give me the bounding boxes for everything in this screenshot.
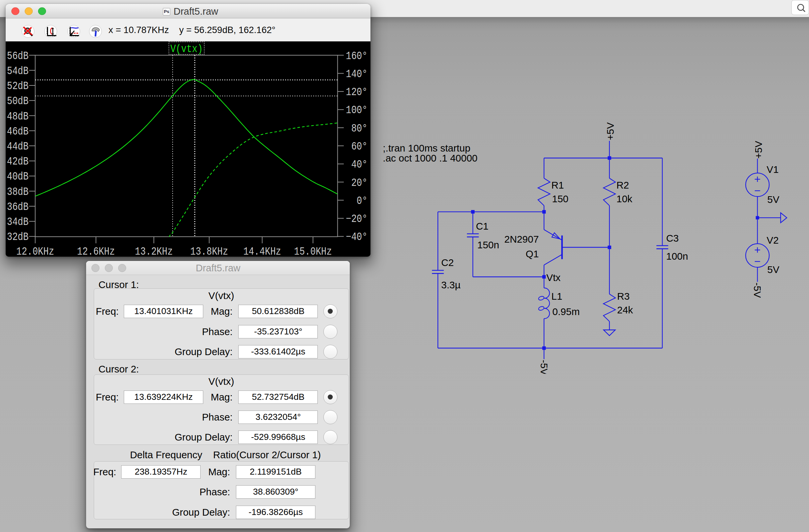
svg-text:160°: 160°	[346, 50, 367, 62]
svg-text:44dB: 44dB	[7, 140, 29, 153]
svg-text:50dB: 50dB	[7, 95, 29, 107]
svg-text:V(vtx): V(vtx)	[170, 43, 203, 55]
svg-text:Q1: Q1	[526, 248, 539, 259]
svg-text:46dB: 46dB	[7, 125, 29, 138]
svg-text:0.95m: 0.95m	[552, 306, 580, 317]
svg-text:5V: 5V	[767, 264, 779, 275]
svg-text:+5V: +5V	[605, 122, 616, 140]
svg-text:C1: C1	[476, 221, 488, 231]
svg-text:-5V: -5V	[752, 283, 763, 298]
svg-text:54dB: 54dB	[7, 65, 29, 77]
svg-text:−40°: −40°	[346, 231, 367, 243]
svg-text:-5V: -5V	[539, 360, 550, 374]
svg-text:13.2KHz: 13.2KHz	[135, 245, 173, 257]
svg-text:32dB: 32dB	[7, 231, 29, 243]
svg-text:V1: V1	[767, 164, 779, 175]
svg-text:0°: 0°	[357, 194, 367, 207]
svg-text:60°: 60°	[351, 140, 367, 153]
svg-text:+5V: +5V	[753, 141, 764, 159]
svg-text:10k: 10k	[616, 193, 633, 204]
svg-text:40dB: 40dB	[7, 171, 29, 183]
svg-text:34dB: 34dB	[7, 216, 29, 228]
svg-text:120°: 120°	[346, 86, 367, 99]
svg-text:100°: 100°	[346, 104, 367, 117]
svg-text:L1: L1	[551, 291, 562, 302]
svg-text:36dB: 36dB	[7, 201, 29, 213]
svg-text:C3: C3	[666, 233, 679, 244]
svg-text:R3: R3	[617, 291, 630, 302]
svg-text:13.8KHz: 13.8KHz	[190, 245, 228, 257]
svg-text:2N2907: 2N2907	[504, 234, 539, 245]
svg-text:12.0KHz: 12.0KHz	[16, 245, 54, 257]
svg-text:R1: R1	[551, 179, 564, 191]
svg-text:.ac oct 1000 .1 40000: .ac oct 1000 .1 40000	[383, 153, 478, 164]
svg-text:5V: 5V	[767, 194, 779, 205]
svg-text:150n: 150n	[477, 239, 499, 250]
svg-text:24k: 24k	[617, 304, 633, 315]
svg-text:140°: 140°	[346, 68, 367, 80]
svg-text:−20°: −20°	[346, 213, 367, 225]
svg-text:20°: 20°	[351, 176, 367, 189]
svg-text:48dB: 48dB	[7, 110, 29, 122]
svg-text:52dB: 52dB	[7, 80, 29, 92]
svg-text:42dB: 42dB	[7, 156, 29, 168]
svg-text:3.3µ: 3.3µ	[441, 279, 461, 290]
svg-text:80°: 80°	[351, 122, 367, 135]
svg-text:15.0KHz: 15.0KHz	[294, 245, 332, 257]
svg-text:100n: 100n	[666, 251, 688, 262]
svg-text:Vtx: Vtx	[546, 272, 561, 283]
svg-text:56dB: 56dB	[7, 50, 29, 62]
svg-text:14.4KHz: 14.4KHz	[243, 245, 281, 257]
svg-text:38dB: 38dB	[7, 186, 29, 198]
svg-text:;.tran 100ms startup: ;.tran 100ms startup	[383, 142, 470, 154]
svg-text:150: 150	[552, 193, 568, 204]
svg-text:V2: V2	[767, 235, 779, 246]
svg-text:12.6KHz: 12.6KHz	[77, 245, 115, 257]
svg-text:C2: C2	[441, 257, 454, 268]
svg-text:R2: R2	[616, 179, 629, 191]
svg-text:40°: 40°	[351, 158, 367, 171]
